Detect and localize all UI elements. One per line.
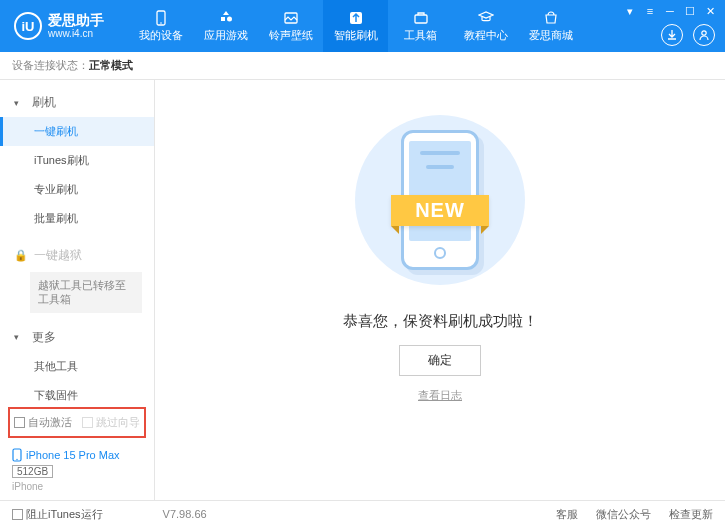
nav-label: 爱思商城 [529,28,573,43]
header-actions [661,24,715,46]
device-type: iPhone [12,481,142,492]
logo-icon: iU [14,12,42,40]
sidebar-item-download-firmware[interactable]: 下载固件 [0,381,154,403]
top-nav: 我的设备 应用游戏 铃声壁纸 智能刷机 工具箱 教程中心 爱思商城 [128,0,583,52]
checkbox-icon [82,417,93,428]
group-label: 刷机 [32,94,56,111]
sidebar-group-more[interactable]: ▾ 更多 [0,323,154,352]
checkbox-auto-activate[interactable]: 自动激活 [14,415,72,430]
sidebar-group-jailbreak: 🔒 一键越狱 [0,241,154,270]
user-button[interactable] [693,24,715,46]
main-content: NEW 恭喜您，保资料刷机成功啦！ 确定 查看日志 [155,80,725,500]
sidebar-item-oneclick-flash[interactable]: 一键刷机 [0,117,154,146]
device-info: iPhone 15 Pro Max 512GB iPhone [0,442,154,500]
checkbox-label: 阻止iTunes运行 [26,507,103,522]
logo-area: iU 爱思助手 www.i4.cn [0,12,118,40]
toolbox-icon [412,10,430,26]
nav-flash[interactable]: 智能刷机 [323,0,388,52]
sidebar-item-other-tools[interactable]: 其他工具 [0,352,154,381]
flash-icon [347,10,365,26]
footer-link-support[interactable]: 客服 [556,507,578,522]
app-header: iU 爱思助手 www.i4.cn 我的设备 应用游戏 铃声壁纸 智能刷机 工具… [0,0,725,52]
collapse-icon: ▾ [14,98,26,108]
nav-label: 教程中心 [464,28,508,43]
nav-toolbox[interactable]: 工具箱 [388,0,453,52]
nav-label: 工具箱 [404,28,437,43]
close-button[interactable]: ✕ [701,4,719,18]
checkbox-icon [12,509,23,520]
nav-ringtones[interactable]: 铃声壁纸 [258,0,323,52]
checkbox-label: 自动激活 [28,415,72,430]
tshirt-icon[interactable]: ▾ [621,4,639,18]
app-title: 爱思助手 [48,13,104,28]
svg-point-5 [702,31,706,35]
tutorial-icon [477,10,495,26]
lock-icon: 🔒 [14,249,28,262]
minimize-button[interactable]: ─ [661,4,679,18]
store-icon [542,10,560,26]
sidebar-item-batch-flash[interactable]: 批量刷机 [0,204,154,233]
collapse-icon: ▾ [14,332,26,342]
sidebar-group-flash[interactable]: ▾ 刷机 [0,88,154,117]
view-log-link[interactable]: 查看日志 [418,388,462,403]
wallpaper-icon [282,10,300,26]
sidebar: ▾ 刷机 一键刷机 iTunes刷机 专业刷机 批量刷机 🔒 一键越狱 越狱工具… [0,80,155,500]
nav-store[interactable]: 爱思商城 [518,0,583,52]
device-storage: 512GB [12,465,53,478]
checkbox-skip-guide[interactable]: 跳过向导 [82,415,140,430]
footer: 阻止iTunes运行 V7.98.66 客服 微信公众号 检查更新 [0,500,725,527]
ok-button[interactable]: 确定 [399,345,481,376]
footer-link-wechat[interactable]: 微信公众号 [596,507,651,522]
device-icon [152,10,170,26]
success-illustration: NEW [350,110,530,290]
device-name[interactable]: iPhone 15 Pro Max [12,448,142,462]
nav-label: 应用游戏 [204,28,248,43]
footer-link-update[interactable]: 检查更新 [669,507,713,522]
nav-my-device[interactable]: 我的设备 [128,0,193,52]
checkbox-block-itunes[interactable]: 阻止iTunes运行 [12,507,103,522]
maximize-button[interactable]: ☐ [681,4,699,18]
app-subtitle: www.i4.cn [48,28,104,39]
svg-point-7 [16,459,17,460]
download-button[interactable] [661,24,683,46]
nav-apps[interactable]: 应用游戏 [193,0,258,52]
group-label: 更多 [32,329,56,346]
status-label: 设备连接状态： [12,58,89,73]
phone-icon [12,448,22,462]
svg-rect-4 [415,15,427,23]
apps-icon [217,10,235,26]
jailbreak-moved-notice[interactable]: 越狱工具已转移至工具箱 [30,272,142,313]
window-controls: ▾ ≡ ─ ☐ ✕ [621,4,719,18]
nav-label: 铃声壁纸 [269,28,313,43]
checkbox-label: 跳过向导 [96,415,140,430]
new-ribbon: NEW [391,195,489,226]
success-message: 恭喜您，保资料刷机成功啦！ [343,312,538,331]
status-value: 正常模式 [89,58,133,73]
connection-status-bar: 设备连接状态： 正常模式 [0,52,725,80]
device-name-text: iPhone 15 Pro Max [26,449,120,461]
nav-label: 智能刷机 [334,28,378,43]
nav-label: 我的设备 [139,28,183,43]
sidebar-item-pro-flash[interactable]: 专业刷机 [0,175,154,204]
sidebar-item-itunes-flash[interactable]: iTunes刷机 [0,146,154,175]
svg-point-1 [160,22,162,24]
version-label: V7.98.66 [163,508,207,520]
options-highlight-box: 自动激活 跳过向导 [8,407,146,438]
nav-tutorials[interactable]: 教程中心 [453,0,518,52]
menu-icon[interactable]: ≡ [641,4,659,18]
checkbox-icon [14,417,25,428]
group-label: 一键越狱 [34,247,82,264]
